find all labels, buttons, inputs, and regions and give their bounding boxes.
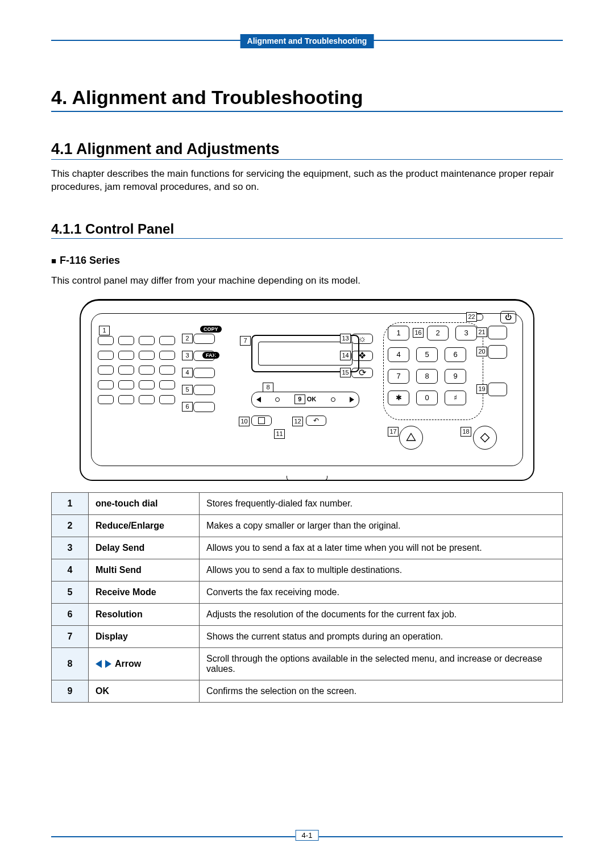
copy-pill: COPY	[200, 326, 222, 333]
bottom-buttons: ↶	[251, 416, 326, 426]
address-book-icon	[488, 326, 507, 339]
function-buttons-col: 2 3 4 5 6	[193, 334, 227, 419]
series-heading: ■ F-116 Series	[51, 255, 563, 267]
callout-2: 2	[182, 334, 193, 343]
back-button-icon: ↶	[306, 416, 326, 426]
section-intro: This chapter describes the main function…	[51, 168, 563, 194]
callout-8: 8	[263, 383, 273, 392]
left-arrow-icon	[256, 397, 261, 402]
row-num: 4	[52, 559, 89, 581]
key-1: 1	[388, 326, 409, 340]
key-7: 7	[388, 369, 409, 384]
callout-4: 4	[182, 368, 193, 377]
svg-marker-1	[481, 433, 489, 442]
row-num: 3	[52, 537, 89, 559]
callout-22: 22	[466, 312, 477, 322]
callout-20: 20	[476, 347, 487, 356]
table-row: 5 Receive Mode Converts the fax receivin…	[52, 581, 563, 603]
callout-21: 21	[476, 327, 487, 337]
key-9: 9	[445, 369, 466, 384]
row-num: 6	[52, 603, 89, 625]
key-2: 2	[427, 326, 449, 340]
callout-13: 13	[340, 334, 351, 343]
row-desc: Converts the fax receiving mode.	[200, 581, 563, 603]
control-panel-figure: 23 22 ⏻ 1 COPY FAX	[51, 299, 563, 481]
callout-6: 6	[182, 402, 193, 412]
row-name: Resolution	[89, 603, 200, 625]
row-name: Delay Send	[89, 537, 200, 559]
numeric-keypad: 1 16 2 3 4 5 6 7 8 9	[388, 326, 479, 412]
section-title: 4.1 Alignment and Adjustments	[51, 140, 563, 160]
darkness-icon: ☼	[351, 334, 373, 344]
key-0: 0	[416, 391, 438, 405]
right-buttons-col: 21 20 19	[488, 326, 513, 402]
chapter-title: 4. Alignment and Troubleshooting	[51, 86, 563, 112]
key-4: 4	[388, 347, 409, 362]
key-8: 8	[416, 369, 438, 384]
original-type-icon: ❖	[351, 351, 373, 361]
nav-bar: 9OK	[251, 392, 359, 408]
row-num: 9	[52, 680, 89, 702]
table-row: 6 Resolution Adjusts the resolution of t…	[52, 603, 563, 625]
row-name: Reduce/Enlarge	[89, 514, 200, 537]
table-row: 4 Multi Send Allows you to send a fax to…	[52, 559, 563, 581]
dot-icon	[331, 397, 335, 402]
row-desc: Allows you to send a fax at a later time…	[200, 537, 563, 559]
key-star: ✱	[388, 391, 409, 405]
row-name: Receive Mode	[89, 581, 200, 603]
row-name: OK	[89, 680, 200, 702]
on-hook-dial-icon	[488, 383, 507, 396]
series-name: F-116 Series	[60, 255, 120, 267]
dot-icon	[275, 397, 280, 402]
table-row: 3 Delay Send Allows you to send a fax at…	[52, 537, 563, 559]
header-chip: Alignment and Troubleshooting	[240, 34, 374, 48]
start-button-icon	[473, 426, 497, 450]
callout-5: 5	[182, 385, 193, 394]
table-row: 1 one-touch dial Stores frequently-diale…	[52, 492, 563, 514]
row-desc: Makes a copy smaller or larger than the …	[200, 514, 563, 537]
row-num: 8	[52, 647, 89, 680]
ok-label: OK	[307, 396, 317, 402]
callout-16: 16	[413, 328, 424, 338]
row-desc: Confirms the selection on the screen.	[200, 680, 563, 702]
row-name: Display	[89, 625, 200, 647]
callout-3: 3	[182, 351, 193, 360]
row-name: Multi Send	[89, 559, 200, 581]
key-5: 5	[416, 347, 438, 362]
row-num: 1	[52, 492, 89, 514]
callout-17: 17	[388, 427, 399, 437]
right-arrow-icon	[350, 397, 354, 402]
callout-10: 10	[239, 417, 250, 426]
row-num: 2	[52, 514, 89, 537]
svg-marker-0	[407, 433, 416, 441]
row-desc: Stores frequently-dialed fax number.	[200, 492, 563, 514]
one-touch-dial-grid	[98, 328, 183, 410]
table-row: 2 Reduce/Enlarge Makes a copy smaller or…	[52, 514, 563, 537]
arrow-label: Arrow	[115, 659, 141, 669]
table-row: 7 Display Shows the current status and p…	[52, 625, 563, 647]
redial-pause-icon	[488, 345, 507, 359]
callout-15: 15	[340, 368, 351, 377]
footer-rule: 4-1	[51, 836, 563, 837]
row-name-arrow: Arrow	[89, 647, 200, 680]
power-button-icon: ⏻	[500, 311, 516, 323]
stop-button-icon	[399, 426, 423, 450]
series-bullet: ■	[51, 256, 56, 265]
callout-14: 14	[340, 351, 351, 360]
callout-7: 7	[240, 336, 251, 346]
row-desc: Scroll through the options available in …	[200, 647, 563, 680]
header-rule: Alignment and Troubleshooting	[51, 40, 563, 41]
key-3: 3	[455, 326, 477, 340]
top-right-controls: 23 22 ⏻	[466, 311, 516, 323]
callout-11: 11	[274, 429, 285, 439]
key-6: 6	[445, 347, 466, 362]
callout-9: 9	[294, 394, 305, 404]
row-num: 5	[52, 581, 89, 603]
scan-buttons-col: 13☼ 14❖ 15⟳	[351, 334, 383, 385]
row-desc: Allows you to send a fax to multiple des…	[200, 559, 563, 581]
page-number: 4-1	[296, 830, 319, 841]
subsection-title: 4.1.1 Control Panel	[51, 221, 563, 239]
menu-button-icon	[251, 416, 272, 426]
key-hash: ♯	[445, 391, 466, 405]
row-name: one-touch dial	[89, 492, 200, 514]
